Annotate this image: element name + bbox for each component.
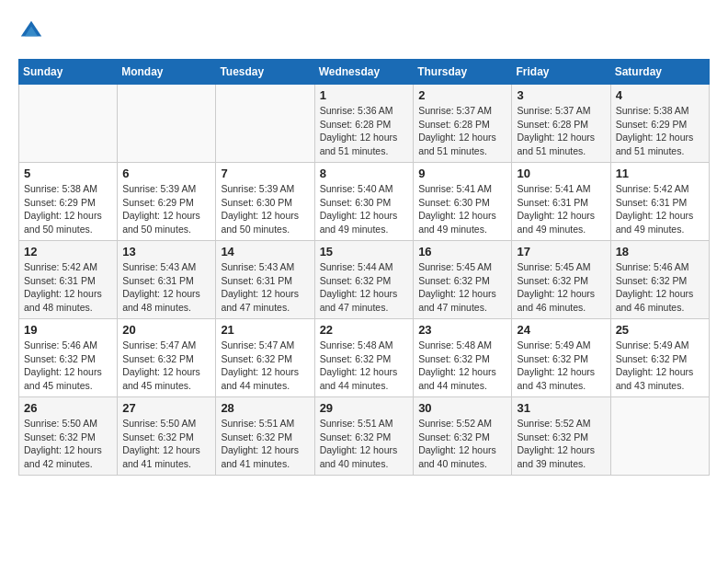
day-info: Sunrise: 5:49 AMSunset: 6:32 PMDaylight:… <box>517 339 605 393</box>
calendar-cell <box>118 85 216 163</box>
day-info: Sunrise: 5:46 AMSunset: 6:32 PMDaylight:… <box>616 260 704 315</box>
calendar-body: 1 Sunrise: 5:36 AMSunset: 6:28 PMDayligh… <box>19 85 710 476</box>
day-info: Sunrise: 5:37 AMSunset: 6:28 PMDaylight:… <box>517 104 605 158</box>
calendar-cell: 19 Sunrise: 5:46 AMSunset: 6:32 PMDaylig… <box>19 319 118 397</box>
day-info: Sunrise: 5:47 AMSunset: 6:32 PMDaylight:… <box>221 339 309 393</box>
calendar-cell: 24 Sunrise: 5:49 AMSunset: 6:32 PMDaylig… <box>512 319 610 397</box>
day-number: 20 <box>122 323 210 337</box>
calendar-cell <box>216 85 314 163</box>
day-info: Sunrise: 5:52 AMSunset: 6:32 PMDaylight:… <box>517 417 605 471</box>
day-number: 5 <box>24 167 112 180</box>
day-info: Sunrise: 5:40 AMSunset: 6:30 PMDaylight:… <box>320 182 409 236</box>
day-number: 27 <box>122 401 210 415</box>
logo <box>18 18 48 44</box>
day-number: 29 <box>320 401 409 415</box>
day-info: Sunrise: 5:51 AMSunset: 6:32 PMDaylight:… <box>320 417 409 471</box>
calendar-cell: 11 Sunrise: 5:42 AMSunset: 6:31 PMDaylig… <box>610 163 709 241</box>
day-number: 21 <box>221 323 309 337</box>
day-info: Sunrise: 5:41 AMSunset: 6:31 PMDaylight:… <box>517 182 605 236</box>
day-info: Sunrise: 5:52 AMSunset: 6:32 PMDaylight:… <box>418 417 506 471</box>
calendar-cell: 10 Sunrise: 5:41 AMSunset: 6:31 PMDaylig… <box>512 163 610 241</box>
calendar-week-2: 5 Sunrise: 5:38 AMSunset: 6:29 PMDayligh… <box>19 163 710 241</box>
day-number: 15 <box>320 245 409 259</box>
weekday-header-friday: Friday <box>512 60 610 85</box>
weekday-header-tuesday: Tuesday <box>216 60 314 85</box>
day-info: Sunrise: 5:39 AMSunset: 6:30 PMDaylight:… <box>221 182 309 236</box>
day-number: 16 <box>418 245 506 259</box>
day-info: Sunrise: 5:51 AMSunset: 6:32 PMDaylight:… <box>221 417 309 471</box>
day-info: Sunrise: 5:50 AMSunset: 6:32 PMDaylight:… <box>122 417 210 471</box>
calendar-cell: 28 Sunrise: 5:51 AMSunset: 6:32 PMDaylig… <box>216 397 314 476</box>
day-number: 4 <box>616 88 704 102</box>
calendar-cell: 14 Sunrise: 5:43 AMSunset: 6:31 PMDaylig… <box>216 241 314 319</box>
calendar-week-1: 1 Sunrise: 5:36 AMSunset: 6:28 PMDayligh… <box>19 85 710 163</box>
calendar-cell: 4 Sunrise: 5:38 AMSunset: 6:29 PMDayligh… <box>610 85 709 163</box>
calendar-cell: 20 Sunrise: 5:47 AMSunset: 6:32 PMDaylig… <box>118 319 216 397</box>
calendar-cell: 9 Sunrise: 5:41 AMSunset: 6:30 PMDayligh… <box>414 163 512 241</box>
calendar-table: SundayMondayTuesdayWednesdayThursdayFrid… <box>18 59 710 476</box>
calendar-cell: 27 Sunrise: 5:50 AMSunset: 6:32 PMDaylig… <box>118 397 216 476</box>
calendar-week-3: 12 Sunrise: 5:42 AMSunset: 6:31 PMDaylig… <box>19 241 710 319</box>
day-number: 11 <box>616 167 704 180</box>
calendar-cell: 23 Sunrise: 5:48 AMSunset: 6:32 PMDaylig… <box>414 319 512 397</box>
day-number: 28 <box>221 401 309 415</box>
day-number: 7 <box>221 167 309 180</box>
calendar-cell: 8 Sunrise: 5:40 AMSunset: 6:30 PMDayligh… <box>314 163 414 241</box>
day-number: 17 <box>517 245 605 259</box>
calendar-cell: 16 Sunrise: 5:45 AMSunset: 6:32 PMDaylig… <box>414 241 512 319</box>
day-number: 13 <box>122 245 210 259</box>
day-number: 3 <box>517 88 605 102</box>
calendar-cell: 22 Sunrise: 5:48 AMSunset: 6:32 PMDaylig… <box>314 319 414 397</box>
calendar-cell: 25 Sunrise: 5:49 AMSunset: 6:32 PMDaylig… <box>610 319 709 397</box>
day-number: 2 <box>418 88 506 102</box>
day-info: Sunrise: 5:39 AMSunset: 6:29 PMDaylight:… <box>122 182 210 236</box>
day-number: 18 <box>616 245 704 259</box>
day-info: Sunrise: 5:43 AMSunset: 6:31 PMDaylight:… <box>221 260 309 315</box>
calendar-cell <box>610 397 709 476</box>
day-number: 14 <box>221 245 309 259</box>
calendar-cell: 5 Sunrise: 5:38 AMSunset: 6:29 PMDayligh… <box>19 163 118 241</box>
day-info: Sunrise: 5:42 AMSunset: 6:31 PMDaylight:… <box>616 182 704 236</box>
calendar-cell: 13 Sunrise: 5:43 AMSunset: 6:31 PMDaylig… <box>118 241 216 319</box>
day-info: Sunrise: 5:41 AMSunset: 6:30 PMDaylight:… <box>418 182 506 236</box>
calendar-cell: 7 Sunrise: 5:39 AMSunset: 6:30 PMDayligh… <box>216 163 314 241</box>
calendar-cell: 3 Sunrise: 5:37 AMSunset: 6:28 PMDayligh… <box>512 85 610 163</box>
calendar-cell: 17 Sunrise: 5:45 AMSunset: 6:32 PMDaylig… <box>512 241 610 319</box>
day-number: 26 <box>24 401 112 415</box>
day-number: 22 <box>320 323 409 337</box>
day-info: Sunrise: 5:45 AMSunset: 6:32 PMDaylight:… <box>517 260 605 315</box>
day-number: 24 <box>517 323 605 337</box>
day-info: Sunrise: 5:48 AMSunset: 6:32 PMDaylight:… <box>320 339 409 393</box>
day-number: 31 <box>517 401 605 415</box>
calendar-cell: 12 Sunrise: 5:42 AMSunset: 6:31 PMDaylig… <box>19 241 118 319</box>
day-info: Sunrise: 5:36 AMSunset: 6:28 PMDaylight:… <box>320 104 409 158</box>
page-header <box>18 18 710 44</box>
day-number: 8 <box>320 167 409 180</box>
day-info: Sunrise: 5:49 AMSunset: 6:32 PMDaylight:… <box>616 339 704 393</box>
day-info: Sunrise: 5:42 AMSunset: 6:31 PMDaylight:… <box>24 260 112 315</box>
day-number: 25 <box>616 323 704 337</box>
day-number: 6 <box>122 167 210 180</box>
calendar-cell: 18 Sunrise: 5:46 AMSunset: 6:32 PMDaylig… <box>610 241 709 319</box>
day-info: Sunrise: 5:43 AMSunset: 6:31 PMDaylight:… <box>122 260 210 315</box>
day-number: 12 <box>24 245 112 259</box>
day-info: Sunrise: 5:46 AMSunset: 6:32 PMDaylight:… <box>24 339 112 393</box>
weekday-header-saturday: Saturday <box>610 60 709 85</box>
logo-icon <box>18 18 44 44</box>
day-info: Sunrise: 5:48 AMSunset: 6:32 PMDaylight:… <box>418 339 506 393</box>
calendar-cell: 26 Sunrise: 5:50 AMSunset: 6:32 PMDaylig… <box>19 397 118 476</box>
calendar-cell: 29 Sunrise: 5:51 AMSunset: 6:32 PMDaylig… <box>314 397 414 476</box>
day-number: 9 <box>418 167 506 180</box>
day-info: Sunrise: 5:38 AMSunset: 6:29 PMDaylight:… <box>24 182 112 236</box>
calendar-cell: 30 Sunrise: 5:52 AMSunset: 6:32 PMDaylig… <box>414 397 512 476</box>
calendar-cell <box>19 85 118 163</box>
day-number: 19 <box>24 323 112 337</box>
day-info: Sunrise: 5:50 AMSunset: 6:32 PMDaylight:… <box>24 417 112 471</box>
day-info: Sunrise: 5:44 AMSunset: 6:32 PMDaylight:… <box>320 260 409 315</box>
day-number: 23 <box>418 323 506 337</box>
day-info: Sunrise: 5:38 AMSunset: 6:29 PMDaylight:… <box>616 104 704 158</box>
weekday-header-wednesday: Wednesday <box>314 60 414 85</box>
day-number: 30 <box>418 401 506 415</box>
day-info: Sunrise: 5:45 AMSunset: 6:32 PMDaylight:… <box>418 260 506 315</box>
calendar-cell: 15 Sunrise: 5:44 AMSunset: 6:32 PMDaylig… <box>314 241 414 319</box>
